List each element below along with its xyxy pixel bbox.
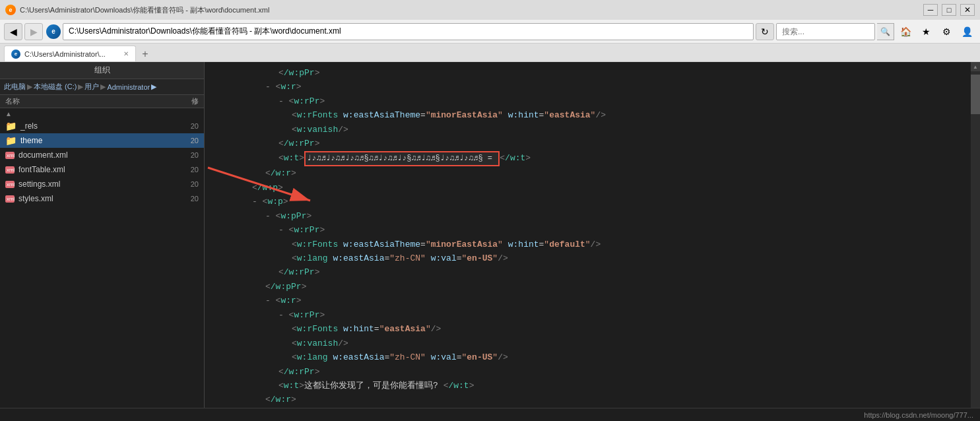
xml-line: </w:rPr> xyxy=(212,137,963,150)
footer-url: https://blog.csdn.net/moong/777... xyxy=(864,411,973,419)
address-bar[interactable] xyxy=(63,23,754,40)
xml-line: - <w:r> xyxy=(212,294,963,308)
new-tab-button[interactable]: + xyxy=(138,47,152,61)
vertical-scrollbar[interactable]: ▲ xyxy=(971,62,980,408)
list-item[interactable]: xml settings.xml 20 xyxy=(0,177,204,191)
file-size-label: 20 xyxy=(179,137,199,145)
file-name-label: theme xyxy=(20,136,179,145)
close-button[interactable]: ✕ xyxy=(960,4,975,16)
active-tab[interactable]: e C:\Users\Administrator\... ✕ xyxy=(4,46,136,61)
xml-line: - <w:rPr> xyxy=(212,94,963,108)
xml-line: <w:lang w:eastAsia="zh-CN" w:val="en-US"… xyxy=(212,251,963,265)
tab-close-icon[interactable]: ✕ xyxy=(123,50,129,57)
breadcrumb-sep2: ▶ xyxy=(78,82,83,91)
list-item[interactable]: 📁 theme 20 xyxy=(0,133,204,148)
breadcrumb-admin[interactable]: Administrator xyxy=(107,83,150,91)
col-size-header: 修 xyxy=(179,96,199,106)
xml-line: - <w:r> xyxy=(212,80,963,94)
file-name-label: styles.xml xyxy=(18,194,179,203)
file-name-label: document.xml xyxy=(18,150,179,160)
search-button[interactable]: 🔍 xyxy=(877,23,894,40)
file-list: ▲ 📁 _rels 20 📁 theme 20 xml docume xyxy=(0,108,204,408)
file-name-label: _rels xyxy=(20,121,179,131)
breadcrumb-sep1: ▶ xyxy=(27,82,32,91)
xml-viewer: </w:pPr> - <w:r> - <w:rPr> <w:rFonts w:e… xyxy=(205,62,980,408)
breadcrumb-bar: 此电脑 ▶ 本地磁盘 (C:) ▶ 用户 ▶ Administrator ▶ xyxy=(0,79,204,95)
list-item[interactable]: xml styles.xml 20 xyxy=(0,191,204,206)
xml-file-icon: xml xyxy=(5,152,15,159)
home-button[interactable]: 🏠 xyxy=(896,23,915,40)
ie-logo: e xyxy=(46,24,61,39)
xml-line: <w:rFonts w:eastAsiaTheme="minorEastAsia… xyxy=(212,108,963,122)
list-item[interactable]: xml document.xml 20 xyxy=(0,148,204,162)
file-name-label: fontTable.xml xyxy=(18,165,179,174)
user-button[interactable]: 👤 xyxy=(958,23,976,40)
refresh-button[interactable]: ↻ xyxy=(756,23,774,40)
col-name-header: 名称 xyxy=(5,96,179,106)
back-button[interactable]: ◀ xyxy=(4,23,22,40)
title-text: C:\Users\Administrator\Downloads\你能看懂音符吗… xyxy=(20,5,919,15)
search-input[interactable] xyxy=(776,23,875,40)
browser-content: 组织 此电脑 ▶ 本地磁盘 (C:) ▶ 用户 ▶ Administrator … xyxy=(0,62,980,408)
list-item[interactable]: 📁 _rels 20 xyxy=(0,119,204,133)
file-size-label: 20 xyxy=(179,151,199,159)
xml-line: - <w:pPr> xyxy=(212,209,963,223)
breadcrumb-pc[interactable]: 此电脑 xyxy=(4,82,26,92)
file-size-label: 20 xyxy=(179,195,199,203)
tab-bar: e C:\Users\Administrator\... ✕ + xyxy=(0,44,980,62)
breadcrumb-more[interactable]: ▶ xyxy=(151,82,156,91)
xml-line: </w:rPr> xyxy=(212,265,963,279)
xml-line: </w:p> xyxy=(212,181,963,195)
favorites-button[interactable]: ★ xyxy=(917,23,935,40)
file-size-label: 20 xyxy=(179,166,199,174)
xml-line: <w:rFonts w:hint="eastAsia"/> xyxy=(212,322,963,336)
nav-bar: ◀ ▶ e ↻ 🔍 🏠 ★ ⚙ 👤 xyxy=(0,20,980,44)
xml-line: - <w:p> xyxy=(212,195,963,209)
xml-line: </w:pPr> xyxy=(212,66,963,80)
xml-line: <w:t>这都让你发现了，可是你能看懂吗? </w:t> xyxy=(212,379,963,393)
breadcrumb-drive[interactable]: 本地磁盘 (C:) xyxy=(34,82,77,92)
window-icon: e xyxy=(5,5,16,15)
xml-line: - <w:rPr> xyxy=(212,223,963,237)
sidebar-header: 组织 xyxy=(0,62,204,79)
xml-line: </w:pPr> xyxy=(212,280,963,294)
xml-line: </w:rPr> xyxy=(212,365,963,379)
tab-ie-icon: e xyxy=(11,49,20,59)
xml-content-area[interactable]: </w:pPr> - <w:r> - <w:rPr> <w:rFonts w:e… xyxy=(205,62,971,408)
file-list-header: 名称 修 xyxy=(0,95,204,108)
xml-file-icon: xml xyxy=(5,195,15,203)
sidebar-title: 组织 xyxy=(94,65,110,76)
status-bar: https://blog.csdn.net/moong/777... xyxy=(0,408,980,421)
xml-line-highlighted: <w:t>♩♪♫♬♩♪♫♬♩♪♫♬§♫♬♩♪♫♬♩♪§♫♬♩♫♬§♩♪♫♬♩♪♫… xyxy=(212,151,963,167)
folder-icon: 📁 xyxy=(5,121,16,131)
scrollbar-thumb[interactable] xyxy=(971,75,980,114)
file-name-label: settings.xml xyxy=(18,179,179,189)
tab-label: C:\Users\Administrator\... xyxy=(24,50,119,58)
file-explorer-sidebar: 组织 此电脑 ▶ 本地磁盘 (C:) ▶ 用户 ▶ Administrator … xyxy=(0,62,205,408)
sort-indicator: ▲ xyxy=(0,108,204,119)
xml-file-icon: xml xyxy=(5,166,15,174)
xml-line: <w:vanish/> xyxy=(212,123,963,137)
xml-line: </w:r> xyxy=(212,393,963,406)
forward-button[interactable]: ▶ xyxy=(24,23,43,40)
xml-line: <w:rFonts w:eastAsiaTheme="minorEastAsia… xyxy=(212,238,963,251)
xml-file-icon: xml xyxy=(5,181,15,188)
xml-line: <w:vanish/> xyxy=(212,337,963,350)
xml-line: - <w:rPr> xyxy=(212,308,963,322)
xml-line: </w:p> xyxy=(212,407,963,408)
file-size-label: 20 xyxy=(179,122,199,130)
folder-icon: 📁 xyxy=(5,135,16,146)
xml-line: <w:lang w:eastAsia="zh-CN" w:val="en-US"… xyxy=(212,350,963,364)
xml-line: </w:r> xyxy=(212,166,963,180)
scrollbar-up-button[interactable]: ▲ xyxy=(971,62,980,71)
minimize-button[interactable]: ─ xyxy=(923,4,938,16)
settings-button[interactable]: ⚙ xyxy=(937,23,956,40)
list-item[interactable]: xml fontTable.xml 20 xyxy=(0,162,204,177)
file-size-label: 20 xyxy=(179,180,199,188)
breadcrumb-sep3: ▶ xyxy=(100,82,106,91)
browser-window: e C:\Users\Administrator\Downloads\你能看懂音… xyxy=(0,0,980,421)
title-bar: e C:\Users\Administrator\Downloads\你能看懂音… xyxy=(0,0,980,20)
breadcrumb-users[interactable]: 用户 xyxy=(84,82,99,92)
maximize-button[interactable]: □ xyxy=(942,4,956,16)
